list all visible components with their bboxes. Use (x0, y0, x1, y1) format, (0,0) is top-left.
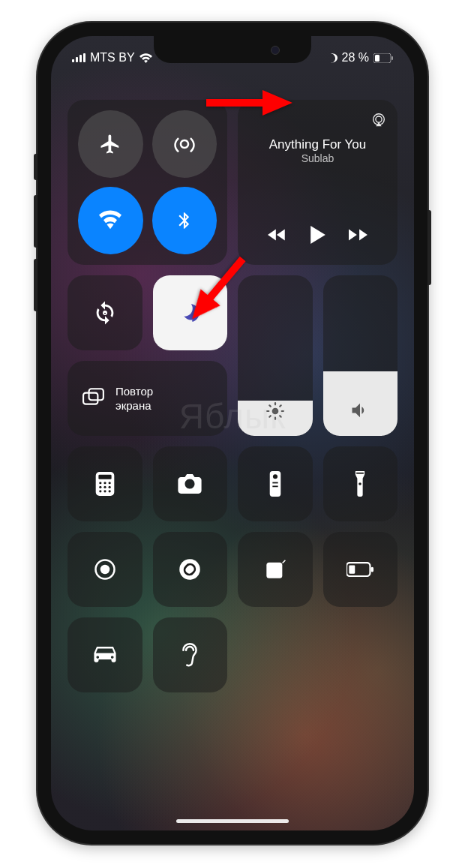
rotation-lock-toggle[interactable] (68, 275, 142, 350)
svg-line-16 (269, 405, 271, 407)
svg-point-11 (272, 408, 278, 415)
bluetooth-toggle[interactable] (152, 187, 218, 254)
svg-rect-6 (392, 56, 393, 60)
svg-line-17 (280, 416, 281, 417)
media-card[interactable]: Anything For You Sublab (238, 100, 398, 265)
volume-up-hw (34, 195, 38, 248)
notes-button[interactable] (238, 532, 313, 607)
svg-point-26 (108, 482, 110, 484)
svg-rect-44 (371, 567, 374, 572)
volume-icon (350, 400, 370, 421)
svg-point-34 (273, 474, 278, 479)
phone-frame: MTS BY 28 % (38, 23, 428, 844)
svg-point-27 (99, 486, 101, 488)
low-power-button[interactable] (323, 532, 398, 607)
volume-down-hw (34, 259, 38, 311)
calculator-button[interactable] (68, 446, 142, 521)
signal-icon (72, 53, 86, 62)
svg-rect-35 (272, 482, 278, 484)
svg-rect-45 (350, 565, 356, 573)
screen-mirror-button[interactable]: Повтор экрана (68, 361, 227, 436)
svg-rect-36 (272, 485, 278, 487)
svg-point-32 (108, 490, 110, 492)
svg-point-28 (104, 486, 106, 488)
svg-rect-42 (266, 563, 282, 578)
media-artist: Sublab (302, 152, 334, 164)
airplay-icon[interactable] (370, 112, 387, 131)
camera-button[interactable] (153, 446, 228, 521)
svg-point-24 (99, 482, 101, 484)
svg-point-40 (100, 565, 110, 575)
svg-point-30 (99, 490, 101, 492)
svg-rect-2 (80, 55, 82, 62)
screen-mirror-icon (82, 387, 105, 410)
connectivity-card[interactable] (68, 100, 227, 265)
flashlight-button[interactable] (323, 446, 398, 521)
car-button[interactable] (68, 617, 142, 692)
brightness-slider[interactable] (238, 275, 313, 436)
svg-rect-20 (83, 392, 98, 404)
media-title: Anything For You (269, 137, 366, 152)
svg-rect-0 (72, 59, 74, 62)
moon-icon (328, 53, 338, 63)
carrier-label: MTS BY (90, 51, 135, 65)
svg-marker-47 (262, 90, 292, 116)
screen-record-button[interactable] (68, 532, 142, 607)
play-button[interactable] (310, 226, 326, 247)
wifi-toggle[interactable] (78, 187, 143, 254)
hearing-button[interactable] (153, 617, 228, 692)
volume-slider[interactable] (323, 275, 398, 436)
svg-point-38 (358, 482, 362, 485)
shazam-button[interactable] (153, 532, 228, 607)
svg-rect-37 (356, 473, 364, 474)
battery-percent: 28 % (342, 51, 369, 65)
svg-rect-1 (76, 57, 78, 62)
screen-mirror-label: Повтор экрана (116, 384, 153, 413)
svg-rect-21 (89, 389, 104, 400)
svg-rect-10 (104, 311, 106, 313)
home-indicator[interactable] (176, 819, 289, 823)
sun-icon (266, 401, 285, 421)
control-center: Anything For You Sublab (51, 100, 414, 830)
screen: MTS BY 28 % (51, 36, 414, 830)
svg-point-25 (104, 482, 106, 484)
power-hw (428, 210, 431, 285)
forward-button[interactable] (349, 227, 368, 245)
svg-rect-5 (375, 55, 380, 62)
remote-button[interactable] (238, 446, 313, 521)
svg-point-29 (108, 486, 110, 488)
airplane-toggle[interactable] (78, 110, 143, 178)
svg-line-18 (269, 416, 271, 417)
notch (154, 36, 311, 63)
svg-point-31 (104, 490, 106, 492)
battery-icon (374, 53, 393, 63)
svg-rect-3 (83, 53, 86, 62)
svg-rect-23 (98, 475, 111, 479)
svg-point-8 (376, 116, 382, 122)
wifi-icon (140, 53, 152, 63)
svg-point-41 (180, 559, 201, 580)
svg-line-19 (280, 405, 281, 407)
rewind-button[interactable] (268, 227, 287, 245)
annotation-arrow-1 (202, 84, 292, 125)
